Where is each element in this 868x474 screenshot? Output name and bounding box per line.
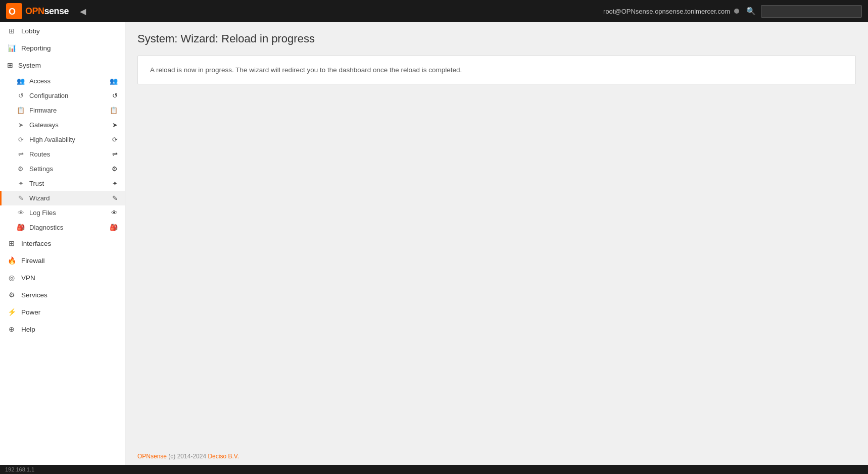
sidebar-sub-logfiles-label: Log Files bbox=[29, 209, 107, 217]
sidebar-sub-routes[interactable]: ⇌ Routes ⇌ bbox=[0, 147, 125, 162]
sidebar-item-vpn-label: VPN bbox=[21, 274, 118, 282]
footer-company-link[interactable]: Deciso B.V. bbox=[208, 453, 239, 460]
sidebar-sub-routes-label: Routes bbox=[29, 150, 108, 158]
help-icon: ⊕ bbox=[7, 325, 16, 333]
firmware-icon: 📋 bbox=[16, 107, 25, 114]
diagnostics-sub-icon: 🎒 bbox=[110, 224, 118, 231]
firewall-icon: 🔥 bbox=[7, 256, 16, 265]
logfiles-icon: 👁 bbox=[16, 209, 25, 217]
access-sub-icon: 👥 bbox=[110, 77, 118, 85]
status-dot bbox=[734, 9, 739, 14]
sidebar-sub-wizard-label: Wizard bbox=[29, 194, 108, 202]
sidebar-sub-settings-label: Settings bbox=[29, 165, 108, 173]
configuration-icon: ↺ bbox=[16, 92, 25, 99]
sidebar-sub-diagnostics[interactable]: 🎒 Diagnostics 🎒 bbox=[0, 220, 125, 235]
sidebar-item-system[interactable]: ⊞ System bbox=[0, 57, 125, 74]
search-input[interactable] bbox=[761, 5, 862, 18]
diagnostics-icon: 🎒 bbox=[16, 224, 25, 231]
logo: O OPNsense bbox=[6, 3, 69, 19]
sidebar-item-services-label: Services bbox=[21, 291, 118, 299]
navbar: O OPNsense ◀ root@OPNsense.opnsense.toni… bbox=[0, 0, 868, 22]
navbar-user-info: root@OPNsense.opnsense.tonimercer.com bbox=[603, 8, 739, 15]
sidebar-item-power[interactable]: ⚡ Power bbox=[0, 303, 125, 321]
sidebar-toggle-button[interactable]: ◀ bbox=[76, 5, 90, 18]
main-area: System: Wizard: Reload in progress A rel… bbox=[125, 22, 868, 465]
sidebar-item-lobby[interactable]: ⊞ Lobby bbox=[0, 22, 125, 39]
page-title: System: Wizard: Reload in progress bbox=[137, 32, 856, 45]
sidebar-item-reporting[interactable]: 📊 Reporting bbox=[0, 39, 125, 57]
power-icon: ⚡ bbox=[7, 308, 16, 316]
footer-copyright: (c) 2014-2024 bbox=[167, 453, 208, 460]
footer: OPNsense (c) 2014-2024 Deciso B.V. bbox=[125, 448, 868, 465]
sidebar-item-firewall-label: Firewall bbox=[21, 257, 118, 265]
search-icon-button[interactable]: 🔍 bbox=[744, 5, 758, 18]
routes-icon: ⇌ bbox=[16, 150, 25, 158]
info-box: A reload is now in progress. The wizard … bbox=[137, 56, 856, 84]
logo-icon: O bbox=[6, 3, 22, 19]
wizard-icon: ✎ bbox=[16, 194, 25, 202]
lobby-icon: ⊞ bbox=[7, 27, 16, 35]
sidebar-sub-configuration[interactable]: ↺ Configuration ↺ bbox=[0, 88, 125, 103]
sidebar-item-help-label: Help bbox=[21, 326, 118, 333]
firmware-sub-icon: 📋 bbox=[110, 107, 118, 114]
info-message: A reload is now in progress. The wizard … bbox=[150, 66, 462, 74]
access-icon: 👥 bbox=[16, 77, 25, 85]
sidebar-item-firewall[interactable]: 🔥 Firewall bbox=[0, 252, 125, 269]
sidebar-item-services[interactable]: ⚙ Services bbox=[0, 286, 125, 303]
sidebar-sub-ha-label: High Availability bbox=[29, 136, 108, 143]
logo-text: OPNsense bbox=[25, 6, 69, 17]
logfiles-sub-icon: 👁 bbox=[111, 209, 118, 217]
sidebar-sub-gateways[interactable]: ➤ Gateways ➤ bbox=[0, 118, 125, 132]
sidebar-item-interfaces-label: Interfaces bbox=[21, 240, 118, 247]
ha-sub-icon: ⟳ bbox=[112, 136, 118, 143]
navbar-search: 🔍 bbox=[744, 5, 862, 18]
sidebar-item-interfaces[interactable]: ⊞ Interfaces bbox=[0, 235, 125, 252]
sidebar-sub-trust[interactable]: ✦ Trust ✦ bbox=[0, 176, 125, 191]
settings-icon: ⚙ bbox=[16, 165, 25, 173]
wizard-sub-icon: ✎ bbox=[112, 194, 118, 202]
services-icon: ⚙ bbox=[7, 291, 16, 299]
vpn-icon: ◎ bbox=[7, 274, 16, 282]
sidebar-item-reporting-label: Reporting bbox=[21, 44, 118, 52]
sidebar-item-system-label: System bbox=[18, 62, 41, 69]
gateways-icon: ➤ bbox=[16, 121, 25, 129]
interfaces-icon: ⊞ bbox=[7, 239, 16, 247]
sidebar-sub-firmware[interactable]: 📋 Firmware 📋 bbox=[0, 103, 125, 118]
sidebar-item-vpn[interactable]: ◎ VPN bbox=[0, 269, 125, 286]
settings-sub-icon: ⚙ bbox=[112, 165, 118, 173]
config-sub-icon: ↺ bbox=[112, 92, 118, 99]
ha-icon: ⟳ bbox=[16, 136, 25, 143]
sidebar-sub-logfiles[interactable]: 👁 Log Files 👁 bbox=[0, 205, 125, 220]
sidebar-sub-firmware-label: Firmware bbox=[29, 107, 106, 114]
trust-icon: ✦ bbox=[16, 180, 25, 187]
layout: ⊞ Lobby 📊 Reporting ⊞ System 👥 Access 👥 … bbox=[0, 22, 868, 465]
statusbar: 192.168.1.1 bbox=[0, 465, 868, 474]
sidebar-sub-high-availability[interactable]: ⟳ High Availability ⟳ bbox=[0, 132, 125, 147]
sidebar-sub-wizard[interactable]: ✎ Wizard ✎ bbox=[0, 191, 125, 205]
sidebar-sub-configuration-label: Configuration bbox=[29, 92, 108, 99]
gateways-sub-icon: ➤ bbox=[112, 121, 118, 129]
statusbar-ip: 192.168.1.1 bbox=[5, 466, 34, 472]
sidebar-sub-access[interactable]: 👥 Access 👥 bbox=[0, 74, 125, 88]
sidebar: ⊞ Lobby 📊 Reporting ⊞ System 👥 Access 👥 … bbox=[0, 22, 125, 465]
footer-brand-link[interactable]: OPNsense bbox=[137, 453, 167, 460]
sidebar-sub-access-label: Access bbox=[29, 77, 106, 85]
sidebar-item-power-label: Power bbox=[21, 308, 118, 316]
user-email: root@OPNsense.opnsense.tonimercer.com bbox=[603, 8, 730, 15]
main-content: System: Wizard: Reload in progress A rel… bbox=[125, 22, 868, 448]
routes-sub-icon: ⇌ bbox=[112, 150, 118, 158]
sidebar-item-help[interactable]: ⊕ Help bbox=[0, 321, 125, 338]
system-icon: ⊞ bbox=[7, 61, 13, 69]
sidebar-sub-gateways-label: Gateways bbox=[29, 121, 108, 129]
sidebar-sub-diagnostics-label: Diagnostics bbox=[29, 224, 106, 231]
trust-sub-icon: ✦ bbox=[112, 180, 118, 187]
sidebar-item-lobby-label: Lobby bbox=[21, 27, 118, 35]
svg-text:O: O bbox=[9, 7, 16, 17]
sidebar-sub-trust-label: Trust bbox=[29, 180, 108, 187]
reporting-icon: 📊 bbox=[7, 44, 16, 52]
sidebar-sub-settings[interactable]: ⚙ Settings ⚙ bbox=[0, 162, 125, 176]
